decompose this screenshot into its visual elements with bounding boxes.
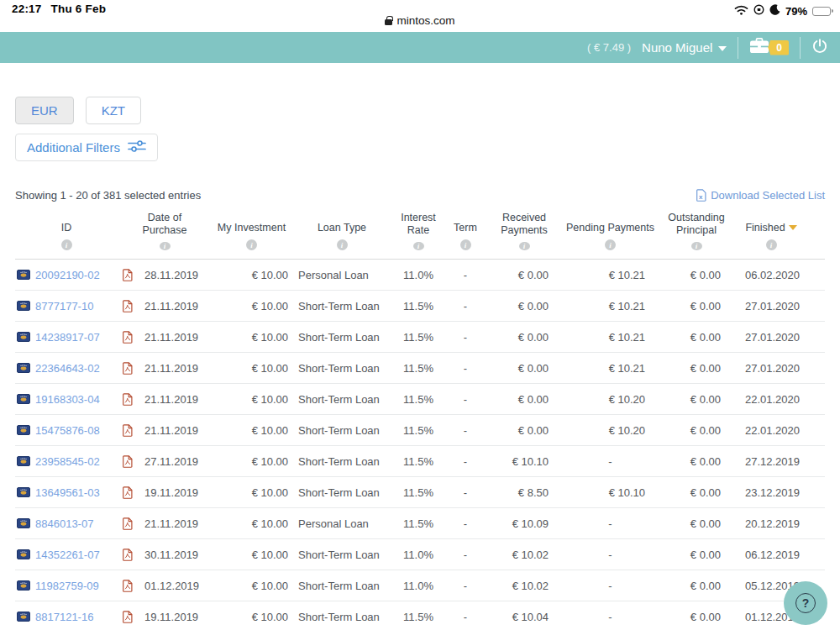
loan-id-cell: 20092190-02: [15, 260, 118, 290]
pdf-document-icon[interactable]: [123, 580, 133, 592]
info-icon[interactable]: i: [691, 242, 702, 250]
finished-date: 20.12.2019: [734, 508, 808, 538]
pdf-document-icon[interactable]: [123, 549, 133, 561]
rotation-lock-icon: [753, 3, 764, 18]
loan-id-link[interactable]: 19168303-04: [35, 393, 100, 406]
loan-id-link[interactable]: 22364643-02: [35, 362, 100, 375]
purchase-date-cell: 21.11.2019: [118, 291, 212, 321]
interest-rate: 11.5%: [392, 601, 444, 630]
column-label-pending: Pending Payments: [566, 222, 654, 234]
my-investment: € 10.00: [212, 384, 291, 414]
loan-type: Short-Term Loan: [291, 291, 392, 321]
pdf-document-icon[interactable]: [123, 300, 133, 312]
account-balance: ( € 7.49 ): [587, 41, 631, 54]
table-row: 23958545-0227.11.2019€ 10.00Short-Term L…: [15, 446, 825, 477]
status-icons: 79%: [734, 3, 833, 18]
interest-rate: 11.5%: [392, 291, 444, 321]
pdf-document-icon[interactable]: [123, 362, 133, 375]
column-header-received[interactable]: Received Paymentsi: [486, 213, 562, 250]
status-time-date: 22:17 Thu 6 Feb: [12, 3, 106, 15]
pdf-document-icon[interactable]: [123, 424, 133, 437]
received-payments: € 10.02: [486, 539, 562, 570]
column-header-investment[interactable]: My Investmenti: [212, 213, 291, 250]
kosovo-flag-icon: [17, 612, 30, 622]
loan-id-link[interactable]: 14352261-07: [35, 549, 100, 561]
pdf-document-icon[interactable]: [123, 269, 133, 281]
user-name: Nuno Miguel: [642, 40, 712, 55]
additional-filters-button[interactable]: Additional Filters: [15, 134, 158, 161]
column-header-date[interactable]: Date of Purchasei: [118, 213, 212, 250]
column-header-term[interactable]: Termi: [444, 213, 486, 250]
info-icon[interactable]: i: [766, 239, 777, 250]
loan-id-link[interactable]: 13649561-03: [35, 486, 100, 499]
kosovo-flag-icon: [17, 518, 30, 528]
pdf-document-icon[interactable]: [123, 611, 133, 623]
column-label-finished: Finished: [745, 222, 785, 234]
purchase-date: 21.11.2019: [144, 331, 198, 344]
column-header-finished[interactable]: Finishedi: [734, 213, 808, 250]
loan-id-link[interactable]: 11982759-09: [35, 580, 99, 592]
column-header-pending[interactable]: Pending Paymentsi: [562, 213, 659, 250]
loan-type: Short-Term Loan: [291, 601, 392, 630]
address-bar[interactable]: mintos.com: [0, 14, 840, 27]
loan-type: Short-Term Loan: [291, 384, 392, 414]
pending-payments: € 10.21: [562, 260, 659, 290]
term: -: [444, 570, 486, 601]
portfolio-cart-button[interactable]: 0: [749, 38, 789, 57]
interest-rate: 11.0%: [392, 570, 444, 601]
finished-date: 23.12.2019: [734, 477, 808, 507]
purchase-date: 21.11.2019: [144, 517, 198, 530]
info-icon[interactable]: i: [519, 242, 530, 250]
loan-id-link[interactable]: 8817121-16: [35, 611, 93, 623]
pdf-document-icon[interactable]: [123, 517, 133, 530]
finished-date: 27.01.2020: [734, 322, 808, 352]
purchase-date-cell: 28.11.2019: [118, 260, 212, 290]
question-mark-icon: ?: [795, 593, 816, 613]
user-menu[interactable]: Nuno Miguel: [642, 40, 727, 55]
term: -: [444, 539, 486, 570]
tab-eur[interactable]: EUR: [15, 97, 74, 124]
column-label-outstanding: Outstanding Principal: [664, 212, 728, 236]
loan-id-link[interactable]: 20092190-02: [35, 269, 100, 281]
download-selected-list-link[interactable]: x Download Selected List: [696, 189, 825, 202]
loan-type: Short-Term Loan: [291, 353, 392, 383]
pdf-document-icon[interactable]: [123, 393, 133, 406]
term: -: [444, 353, 486, 383]
pdf-document-icon[interactable]: [123, 486, 133, 499]
pdf-document-icon[interactable]: [123, 331, 133, 344]
logout-button[interactable]: [811, 38, 828, 58]
info-icon[interactable]: i: [337, 239, 348, 250]
loan-id-link[interactable]: 8846013-07: [35, 517, 93, 530]
loan-id-link[interactable]: 8777177-10: [35, 300, 93, 312]
loan-id-link[interactable]: 15475876-08: [35, 424, 100, 437]
column-label-rate: Interest Rate: [396, 212, 440, 236]
info-icon[interactable]: i: [605, 239, 616, 250]
loan-id-cell: 11982759-09: [15, 570, 118, 601]
purchase-date-cell: 01.12.2019: [118, 570, 212, 601]
column-header-outstanding[interactable]: Outstanding Principali: [659, 213, 734, 250]
info-icon[interactable]: i: [61, 239, 72, 250]
info-icon[interactable]: i: [460, 239, 471, 250]
purchase-date: 19.11.2019: [144, 486, 198, 499]
pending-payments: -: [562, 508, 659, 538]
loan-id-cell: 23958545-02: [15, 446, 118, 476]
interest-rate: 11.5%: [392, 477, 444, 507]
interest-rate: 11.5%: [392, 508, 444, 538]
briefcase-icon: [749, 38, 769, 57]
column-header-id[interactable]: IDi: [15, 213, 118, 250]
kosovo-flag-icon: [17, 456, 30, 466]
column-header-rate[interactable]: Interest Ratei: [392, 213, 444, 250]
loan-id-link[interactable]: 23958545-02: [35, 455, 100, 468]
url-text: mintos.com: [396, 14, 454, 27]
info-icon[interactable]: i: [246, 239, 257, 250]
loan-id-link[interactable]: 14238917-07: [35, 331, 100, 344]
info-icon[interactable]: i: [413, 242, 424, 250]
pdf-document-icon[interactable]: [123, 455, 133, 468]
my-investment: € 10.00: [212, 415, 291, 445]
tab-kzt[interactable]: KZT: [86, 97, 141, 124]
column-header-loan_type[interactable]: Loan Typei: [291, 213, 392, 250]
help-button[interactable]: ?: [784, 581, 827, 625]
purchase-date-cell: 19.11.2019: [118, 601, 212, 630]
info-icon[interactable]: i: [160, 242, 171, 250]
main-content: EUR KZT Additional Filters Showing 1 - 2…: [0, 97, 840, 630]
